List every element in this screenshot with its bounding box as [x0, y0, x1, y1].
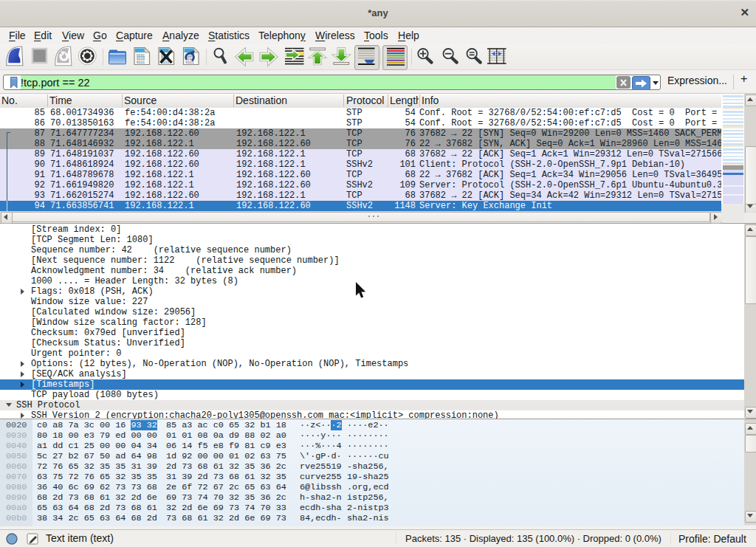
svg-text:0111: 0111	[137, 61, 145, 64]
